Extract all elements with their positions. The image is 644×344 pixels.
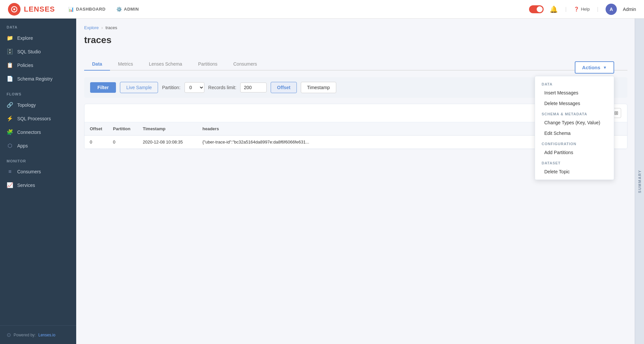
dropdown-delete-topic[interactable]: Delete Topic <box>535 166 614 177</box>
dropdown-add-partitions[interactable]: Add Partitions <box>535 147 614 158</box>
summary-tab[interactable]: SUMMARY <box>635 19 644 344</box>
page-title: traces <box>84 35 112 45</box>
sidebar-item-services[interactable]: 📈 Services <box>0 178 76 192</box>
explore-icon: 📁 <box>7 35 13 41</box>
dropdown-edit-schema[interactable]: Edit Schema <box>535 128 614 139</box>
partition-select[interactable]: 0 <box>185 82 204 93</box>
theme-toggle[interactable] <box>529 5 544 13</box>
sidebar-item-policies[interactable]: 📋 Policies <box>0 58 76 72</box>
breadcrumb-parent[interactable]: Explore <box>84 25 99 30</box>
top-navigation: LENSES 📊 DASHBOARD ⚙️ ADMIN 🔔 | ❓ Help |… <box>0 0 644 19</box>
dropdown-data-section-label: DATA <box>535 79 614 87</box>
sql-processors-icon: ⚡ <box>7 115 13 122</box>
dropdown-change-types[interactable]: Change Types (Key, Value) <box>535 117 614 128</box>
apps-icon: ⬡ <box>7 143 13 149</box>
sidebar-footer: ⊙ Powered by: Lenses.io <box>0 325 76 344</box>
filter-button[interactable]: Filter <box>90 82 116 93</box>
connectors-icon: 🧩 <box>7 129 13 135</box>
sidebar-item-topology[interactable]: 🔗 Topology <box>0 98 76 112</box>
lenses-io-link[interactable]: Lenses.io <box>38 333 55 337</box>
breadcrumb-separator: › <box>101 25 103 30</box>
help-link[interactable]: ❓ Help <box>574 7 590 12</box>
schema-registry-icon: 📄 <box>7 76 13 82</box>
logo-icon <box>8 3 21 16</box>
sidebar-item-consumers[interactable]: ≡ Consumers <box>0 165 76 178</box>
admin-label: Admin <box>623 7 636 12</box>
services-icon: 📈 <box>7 182 13 188</box>
sidebar-item-apps[interactable]: ⬡ Apps <box>0 139 76 152</box>
live-sample-button[interactable]: Live Sample <box>120 82 158 93</box>
sidebar: DATA 📁 Explore 🗄️ SQL Studio 📋 Policies … <box>0 19 76 344</box>
sidebar-item-connectors[interactable]: 🧩 Connectors <box>0 125 76 139</box>
tab-partitions[interactable]: Partitions <box>190 58 225 71</box>
caret-down-icon: ▼ <box>603 65 607 70</box>
summary-tab-label: SUMMARY <box>638 170 642 193</box>
sidebar-item-sql-processors[interactable]: ⚡ SQL Processors <box>0 112 76 125</box>
nav-links: 📊 DASHBOARD ⚙️ ADMIN <box>68 7 139 12</box>
breadcrumb: Explore › traces <box>84 25 627 30</box>
dashboard-icon: 📊 <box>68 7 74 12</box>
data-section-label: DATA <box>0 19 76 31</box>
sidebar-item-explore[interactable]: 📁 Explore <box>0 31 76 45</box>
sidebar-item-schema-registry[interactable]: 📄 Schema Registry <box>0 72 76 86</box>
dashboard-nav-link[interactable]: 📊 DASHBOARD <box>68 7 106 12</box>
actions-button[interactable]: Actions ▼ <box>575 61 614 74</box>
logo-text: LENSES <box>24 5 55 14</box>
actions-dropdown-menu: DATA Insert Messages Delete Messages SCH… <box>535 76 614 180</box>
help-icon: ❓ <box>574 7 579 12</box>
dropdown-dataset-section-label: DATASET <box>535 158 614 166</box>
sql-studio-icon: 🗄️ <box>7 48 13 55</box>
sidebar-powered-circle-icon: ⊙ <box>7 332 11 338</box>
consumers-icon: ≡ <box>7 169 13 175</box>
tab-consumers[interactable]: Consumers <box>225 58 265 71</box>
tab-lenses-schema[interactable]: Lenses Schema <box>141 58 190 71</box>
cell-offset: 0 <box>84 136 108 149</box>
breadcrumb-current: traces <box>105 25 117 30</box>
records-limit-label: Records limit: <box>208 85 237 90</box>
topnav-right: 🔔 | ❓ Help | A Admin <box>529 4 636 15</box>
timestamp-button[interactable]: Timestamp <box>301 82 336 93</box>
notification-bell-icon[interactable]: 🔔 <box>550 5 558 13</box>
records-limit-input[interactable] <box>240 83 267 92</box>
content-area: Explore › traces traces Actions ▼ DATA I… <box>76 19 644 344</box>
policies-icon: 📋 <box>7 62 13 68</box>
svg-point-1 <box>13 8 15 10</box>
tab-metrics[interactable]: Metrics <box>110 58 141 71</box>
col-header-partition: Partition <box>108 122 137 136</box>
admin-icon: ⚙️ <box>116 7 122 12</box>
flows-section-label: FLOWS <box>0 86 76 98</box>
tab-data[interactable]: Data <box>84 58 110 71</box>
cell-partition: 0 <box>108 136 137 149</box>
tabs-row: Data Metrics Lenses Schema Partitions Co… <box>84 58 627 71</box>
offset-button[interactable]: Offset <box>271 82 296 93</box>
col-header-timestamp: Timestamp <box>137 122 197 136</box>
admin-nav-link[interactable]: ⚙️ ADMIN <box>116 7 139 12</box>
actions-area: Actions ▼ DATA Insert Messages Delete Me… <box>575 61 614 74</box>
partition-label: Partition: <box>162 85 180 90</box>
cell-timestamp: 2020-12-08 10:08:35 <box>137 136 197 149</box>
dropdown-schema-section-label: SCHEMA & METADATA <box>535 109 614 117</box>
logo[interactable]: LENSES <box>8 3 55 16</box>
main-layout: DATA 📁 Explore 🗄️ SQL Studio 📋 Policies … <box>0 19 644 344</box>
avatar: A <box>606 4 617 15</box>
dropdown-config-section-label: CONFIGURATION <box>535 139 614 147</box>
main-content: Explore › traces traces Actions ▼ DATA I… <box>76 19 644 344</box>
dropdown-insert-messages[interactable]: Insert Messages <box>535 87 614 98</box>
sidebar-item-sql-studio[interactable]: 🗄️ SQL Studio <box>0 45 76 58</box>
monitor-section-label: MONITOR <box>0 152 76 165</box>
dropdown-delete-messages[interactable]: Delete Messages <box>535 98 614 109</box>
col-header-offset: Offset <box>84 122 108 136</box>
topology-icon: 🔗 <box>7 102 13 108</box>
